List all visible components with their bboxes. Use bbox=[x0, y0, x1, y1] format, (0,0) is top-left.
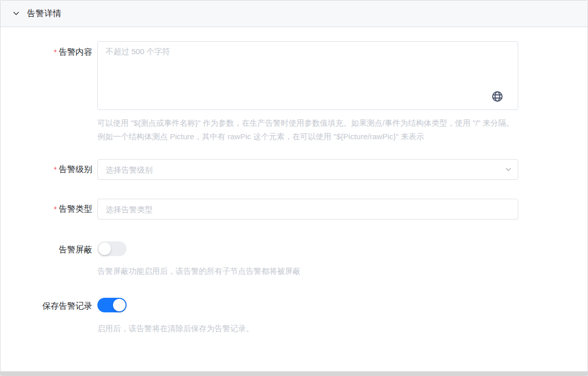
save-record-label-wrap: 保存告警记录 bbox=[1, 301, 92, 312]
alert-type-label-wrap: *告警类型 bbox=[1, 204, 92, 215]
alert-level-label-wrap: *告警级别 bbox=[1, 164, 92, 175]
alert-details-collapse-header[interactable]: 告警详情 bbox=[1, 1, 587, 27]
toggle-knob bbox=[98, 242, 111, 255]
alert-type-label: 告警类型 bbox=[59, 204, 92, 213]
alert-details-panel: 告警详情 *告警内容 可以使用 "${测点或事 bbox=[0, 0, 588, 376]
save-record-toggle[interactable] bbox=[97, 298, 127, 312]
alert-level-select bbox=[97, 159, 518, 180]
alert-type-select-input[interactable] bbox=[97, 199, 518, 220]
alert-level-label: 告警级别 bbox=[59, 165, 92, 174]
alert-type-row: *告警类型 bbox=[1, 199, 587, 220]
alert-details-form: *告警内容 可以使用 "${测点或事件名称}" 作为参数，在生产告警时使用参数值… bbox=[1, 27, 587, 334]
alert-content-helper-text: 可以使用 "${测点或事件名称}" 作为参数，在生产告警时使用参数值填充。如果测… bbox=[97, 116, 518, 143]
alert-content-label-wrap: *告警内容 bbox=[1, 41, 92, 143]
alert-content-row: *告警内容 可以使用 "${测点或事件名称}" 作为参数，在生产告警时使用参数值… bbox=[1, 41, 587, 143]
alert-mask-helper-text: 告警屏蔽功能启用后，该告警的所有子节点告警都将被屏蔽 bbox=[97, 265, 587, 276]
chevron-down-icon bbox=[12, 9, 20, 18]
alert-mask-row: 告警屏蔽 bbox=[1, 241, 587, 258]
horizontal-scrollbar[interactable] bbox=[1, 371, 587, 375]
required-asterisk: * bbox=[54, 47, 57, 56]
save-record-helper-text: 启用后，该告警将在清除后保存为告警记录。 bbox=[97, 323, 587, 334]
alert-mask-toggle[interactable] bbox=[97, 241, 127, 256]
alert-content-label: 告警内容 bbox=[59, 47, 92, 56]
alert-content-textarea-wrap bbox=[97, 41, 518, 110]
alert-level-select-input[interactable] bbox=[97, 159, 518, 180]
alert-mask-label: 告警屏蔽 bbox=[59, 245, 92, 254]
globe-icon[interactable] bbox=[491, 90, 504, 103]
alert-type-select bbox=[97, 199, 518, 220]
alert-content-textarea[interactable] bbox=[97, 41, 518, 110]
panel-title: 告警详情 bbox=[27, 8, 61, 19]
save-record-label: 保存告警记录 bbox=[42, 301, 92, 310]
toggle-knob bbox=[113, 299, 126, 311]
required-asterisk: * bbox=[54, 204, 57, 213]
required-asterisk: * bbox=[54, 165, 57, 174]
save-record-row: 保存告警记录 bbox=[1, 298, 587, 314]
alert-level-row: *告警级别 bbox=[1, 159, 587, 180]
alert-mask-label-wrap: 告警屏蔽 bbox=[1, 245, 92, 256]
